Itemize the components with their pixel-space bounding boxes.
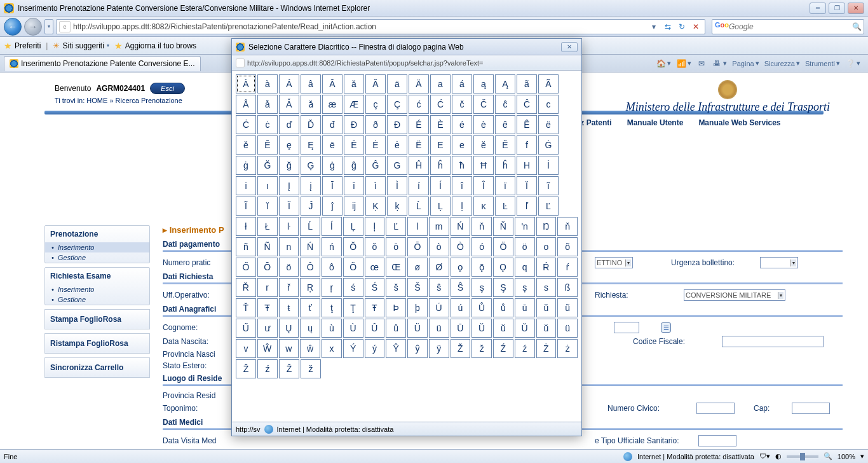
char-button[interactable]: À [236, 74, 256, 93]
char-button[interactable]: Ď [301, 115, 321, 134]
char-button[interactable]: ħ [452, 156, 472, 175]
char-button[interactable]: đ [322, 115, 342, 134]
char-button[interactable]: â [301, 74, 321, 93]
close-button[interactable]: ✕ [848, 3, 864, 14]
char-button[interactable]: ģ [322, 156, 342, 175]
input-codice-fiscale[interactable] [722, 336, 824, 347]
char-button[interactable]: ō [386, 237, 406, 256]
char-button[interactable]: ġ [236, 156, 256, 175]
char-button[interactable]: ň [471, 217, 492, 236]
char-button[interactable]: ş [471, 278, 492, 297]
zoom-dropdown[interactable]: ▾ [860, 452, 864, 460]
char-button[interactable]: ķ [387, 197, 407, 216]
char-button[interactable]: ź [515, 339, 535, 358]
char-button[interactable]: ď [279, 115, 299, 134]
char-button[interactable]: Ċ [236, 115, 256, 134]
char-button[interactable]: ŏ [365, 237, 385, 256]
char-button[interactable]: ê [495, 115, 515, 134]
char-button[interactable]: Â [322, 74, 342, 93]
char-button[interactable]: ĩ [538, 176, 559, 195]
char-button[interactable]: Ĵ [301, 197, 321, 216]
char-button[interactable]: ą [473, 74, 494, 93]
favorites-button[interactable]: ★Preferiti [4, 41, 41, 51]
char-button[interactable]: Ą [495, 74, 515, 93]
char-button[interactable]: o [536, 237, 557, 256]
char-button[interactable]: Ž [451, 339, 471, 358]
sidebar-item-inserimento2[interactable]: Inserimento [45, 284, 149, 294]
breadcrumb-ricerca[interactable]: Ricerca Prenotazione [116, 97, 182, 104]
char-button[interactable]: ļ [365, 217, 385, 236]
char-button[interactable]: Ê [517, 115, 537, 134]
char-button[interactable]: ž [471, 339, 492, 358]
char-button[interactable]: Ō [257, 258, 278, 277]
char-button[interactable]: ĵ [322, 197, 342, 216]
page-menu[interactable]: Pagina ▾ [732, 59, 759, 67]
forward-button[interactable]: → [24, 18, 42, 36]
char-button[interactable]: Ŷ [386, 339, 406, 358]
char-button[interactable]: Ű [236, 319, 256, 338]
char-button[interactable]: Ĭ [279, 197, 299, 216]
char-button[interactable]: Ñ [257, 237, 278, 256]
char-button[interactable]: Ŗ [300, 278, 320, 297]
char-button[interactable]: Ğ [257, 156, 278, 175]
search-box[interactable]: Google 🔍 [712, 19, 864, 34]
char-button[interactable]: É [409, 115, 429, 134]
char-button[interactable]: ë [538, 115, 559, 134]
char-button[interactable]: Ž [279, 359, 299, 378]
char-button[interactable]: e [452, 135, 472, 155]
char-button[interactable]: Ĺ [300, 217, 320, 236]
toplink-manuale[interactable]: Manuale Utente [627, 118, 684, 127]
char-button[interactable]: Ř [236, 278, 256, 297]
char-button[interactable]: į [301, 176, 321, 195]
char-button[interactable]: ǫ [451, 258, 471, 277]
char-button[interactable]: Ĝ [365, 156, 386, 175]
char-button[interactable]: Ï [517, 176, 537, 195]
sidebar-ristampa[interactable]: Ristampa FoglioRosa [44, 333, 150, 354]
char-button[interactable]: ư [257, 319, 278, 338]
char-button[interactable]: Ķ [365, 197, 386, 216]
char-button[interactable]: 'n [515, 217, 535, 236]
char-button[interactable]: ě [236, 135, 256, 155]
search-icon[interactable]: 🔍 [850, 22, 864, 31]
char-button[interactable]: ř [279, 278, 299, 297]
char-button[interactable]: Ŕ [536, 258, 557, 277]
char-button[interactable]: Ő [236, 258, 256, 277]
char-button[interactable]: w [279, 339, 299, 358]
char-button[interactable]: Ģ [301, 156, 321, 175]
char-button[interactable]: ä [387, 74, 407, 93]
char-button[interactable]: n [279, 237, 299, 256]
char-button[interactable]: ē [322, 135, 342, 155]
char-button[interactable]: ĭ [257, 197, 278, 216]
popup-close-button[interactable]: ✕ [561, 42, 578, 52]
char-button[interactable]: Ō [407, 237, 428, 256]
input-tipo-ufficiale[interactable] [698, 435, 736, 446]
char-button[interactable]: ç [365, 95, 386, 114]
char-button[interactable]: q [515, 258, 535, 277]
char-button[interactable]: ñ [236, 237, 256, 256]
char-button[interactable]: ĥ [430, 156, 451, 175]
address-dropdown-icon[interactable]: ▾ [649, 22, 659, 32]
char-button[interactable]: i [236, 176, 256, 195]
char-button[interactable]: Á [279, 74, 299, 93]
char-button[interactable]: ū [515, 298, 535, 317]
char-button[interactable]: Ĕ [495, 135, 515, 155]
char-button[interactable]: Ð [387, 115, 407, 134]
char-button[interactable]: Œ [386, 258, 406, 277]
char-button[interactable]: þ [407, 298, 428, 317]
char-button[interactable]: Ŀ [495, 197, 515, 216]
char-button[interactable]: Ħ [473, 156, 494, 175]
char-button[interactable]: v [236, 339, 256, 358]
char-button[interactable]: ŵ [300, 339, 320, 358]
char-button[interactable]: È [430, 115, 451, 134]
char-button[interactable]: ǭ [471, 258, 492, 277]
char-button[interactable]: c [538, 95, 559, 114]
char-button[interactable]: á [452, 74, 472, 93]
char-button[interactable]: ŀ [279, 217, 299, 236]
char-button[interactable]: Ù [343, 319, 363, 338]
char-button[interactable]: Ł [257, 217, 278, 236]
char-button[interactable]: ø [407, 258, 428, 277]
char-button[interactable]: Þ [386, 298, 406, 317]
char-button[interactable]: ŭ [536, 298, 557, 317]
zoom-out-icon[interactable]: ◐ [775, 452, 782, 460]
char-button[interactable]: Ć [430, 95, 451, 114]
